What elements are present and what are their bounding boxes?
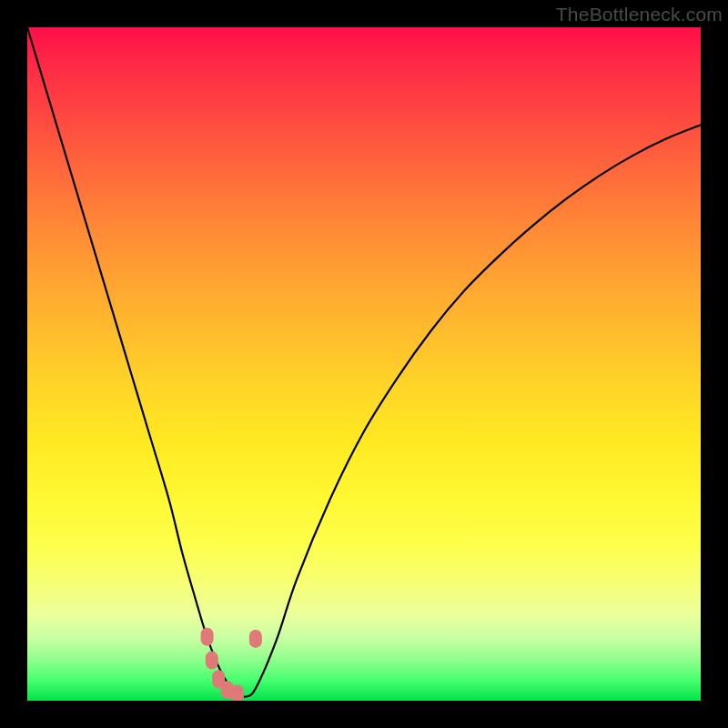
curve-marker xyxy=(231,685,244,701)
curve-marker xyxy=(249,630,262,648)
chart-svg xyxy=(27,27,701,701)
watermark-text: TheBottleneck.com xyxy=(556,4,723,25)
curve-marker xyxy=(206,652,218,670)
curve-markers xyxy=(201,628,262,701)
plot-area xyxy=(27,27,701,701)
chart-frame: TheBottleneck.com xyxy=(0,0,728,728)
bottleneck-curve xyxy=(27,27,701,697)
curve-marker xyxy=(201,628,214,646)
